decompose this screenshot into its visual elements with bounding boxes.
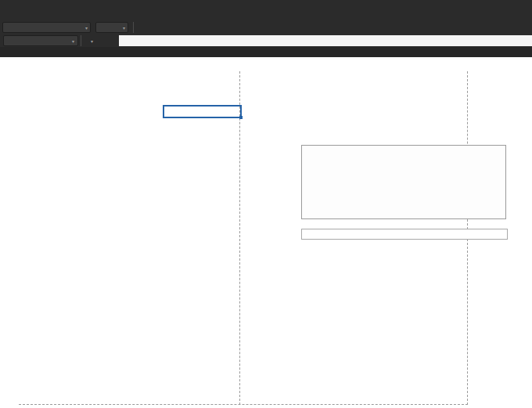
chevron-down-icon: ▾ (91, 38, 93, 44)
column-headers (0, 47, 532, 57)
fill-handle[interactable] (239, 116, 243, 119)
spreadsheet (0, 47, 532, 408)
formula-bar: ▾ ▾ (0, 34, 532, 47)
formula-input[interactable] (119, 35, 532, 46)
page-break-horizontal (19, 404, 468, 405)
divider (133, 22, 134, 33)
formatting-toolbar: ▾ ▾ (0, 20, 532, 35)
font-name-select[interactable]: ▾ (2, 22, 91, 33)
mode-demploi-textbox[interactable] (301, 145, 506, 219)
chevron-down-icon: ▾ (123, 25, 125, 31)
page-break-vertical-1 (239, 71, 240, 405)
font-size-select[interactable]: ▾ (95, 22, 128, 33)
chevron-down-icon: ▾ (85, 25, 88, 31)
calc-window: ▾ ▾ ▾ ▾ (0, 0, 532, 408)
chevron-down-icon: ▾ (72, 38, 74, 44)
name-box[interactable]: ▾ (3, 35, 78, 46)
cell-selection-border[interactable] (163, 105, 242, 118)
divider (81, 35, 81, 46)
standard-toolbar (0, 0, 532, 21)
empty-textbox[interactable] (301, 229, 508, 240)
